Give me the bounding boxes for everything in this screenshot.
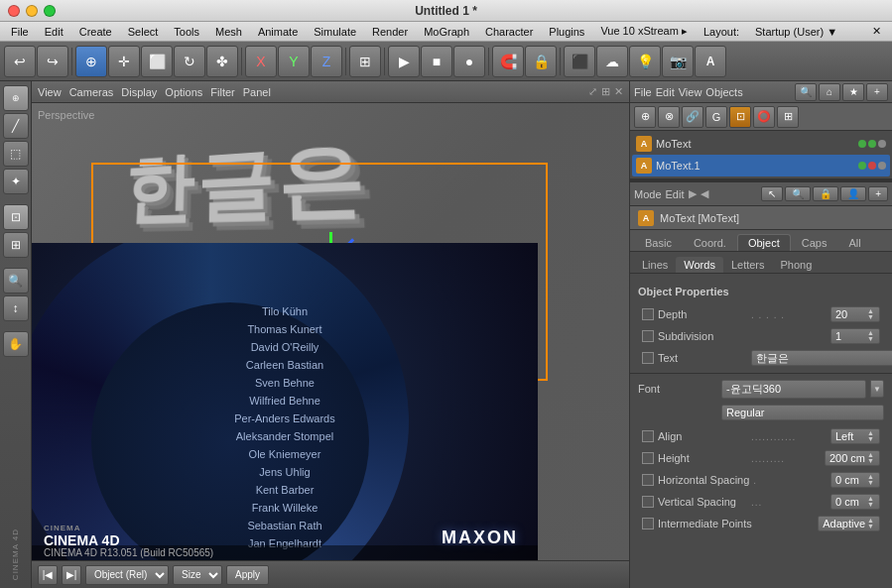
obj-tool-1[interactable]: ⊕ xyxy=(634,106,656,128)
mode-plus[interactable]: + xyxy=(868,186,888,201)
rp-menu-edit[interactable]: Edit xyxy=(656,86,675,98)
menu-mesh[interactable]: Mesh xyxy=(208,25,249,39)
obj-tool-2[interactable]: ⊗ xyxy=(658,106,680,128)
object-mode-select[interactable]: Object (Rel) xyxy=(85,565,169,585)
apply-button[interactable]: Apply xyxy=(226,565,269,585)
text-checkbox[interactable] xyxy=(642,352,654,364)
align-value-field[interactable]: Left ▲ ▼ xyxy=(830,428,880,444)
select-tool[interactable]: ⊕ xyxy=(75,46,107,77)
font-name-field[interactable]: -윤고딕360 xyxy=(721,380,866,399)
left-tool-7[interactable]: 🔍 xyxy=(3,268,29,294)
text-input[interactable] xyxy=(751,350,892,366)
obj-item-motext1[interactable]: A MoText.1 xyxy=(632,155,890,176)
vspacing-down[interactable]: ▼ xyxy=(867,502,875,508)
menu-edit[interactable]: Edit xyxy=(38,25,70,39)
splash-screen[interactable]: Tilo Kühn Thomas Kunert David O'Reilly C… xyxy=(32,243,538,560)
obj-item-motext[interactable]: A MoText xyxy=(632,133,890,155)
maximize-button[interactable] xyxy=(44,5,56,17)
left-tool-2[interactable]: ╱ xyxy=(3,113,29,139)
tab-all[interactable]: All xyxy=(837,234,871,251)
viewport-menu-options[interactable]: Options xyxy=(165,86,202,98)
tab-coord[interactable]: Coord. xyxy=(683,234,737,251)
camera-btn[interactable]: 📷 xyxy=(662,46,694,77)
depth-checkbox[interactable] xyxy=(642,308,654,320)
mode-lock[interactable]: 🔒 xyxy=(813,186,838,201)
left-tool-9[interactable]: ✋ xyxy=(3,331,29,357)
depth-value-field[interactable]: 20 ▲ ▼ xyxy=(830,306,880,322)
rp-menu-view[interactable]: View xyxy=(679,86,702,98)
hspacing-down[interactable]: ▼ xyxy=(867,480,875,486)
obj-home-btn[interactable]: ⌂ xyxy=(819,83,840,101)
play-btn[interactable]: ▶ xyxy=(388,46,420,77)
viewport-menu-panel[interactable]: Panel xyxy=(243,86,271,98)
align-down[interactable]: ▼ xyxy=(867,436,875,442)
subtab-phong[interactable]: Phong xyxy=(773,257,821,273)
render-region[interactable]: ⊞ xyxy=(349,46,381,77)
viewport-menu-display[interactable]: Display xyxy=(121,86,157,98)
undo-button[interactable]: ↩ xyxy=(4,46,36,77)
obj-tool-4[interactable]: G xyxy=(705,106,727,128)
scale-tool[interactable]: ⬜ xyxy=(141,46,173,77)
axis-z[interactable]: Z xyxy=(311,46,342,77)
left-tool-1[interactable]: ⊕ xyxy=(3,85,29,111)
mode-arrow[interactable]: ▶ xyxy=(689,187,697,200)
obj-search-btn[interactable]: 🔍 xyxy=(795,83,817,101)
height-checkbox[interactable] xyxy=(642,452,654,464)
record-btn[interactable]: ● xyxy=(453,46,485,77)
size-select[interactable]: Size xyxy=(173,565,222,585)
atext-btn[interactable]: A xyxy=(695,46,726,77)
menu-create[interactable]: Create xyxy=(72,25,119,39)
snap-btn[interactable]: 🧲 xyxy=(492,46,524,77)
mode-back-arrow[interactable]: ◀ xyxy=(701,187,708,200)
font-dropdown-btn[interactable]: ▼ xyxy=(870,380,884,398)
align-checkbox[interactable] xyxy=(642,430,654,442)
font-style-field[interactable]: Regular xyxy=(721,405,884,420)
obj-add-btn[interactable]: + xyxy=(866,83,888,101)
left-tool-4[interactable]: ✦ xyxy=(3,169,29,194)
menu-plugins[interactable]: Plugins xyxy=(542,25,591,39)
viewport-close-icon[interactable]: ✕ xyxy=(614,85,623,98)
viewport-expand-icon[interactable]: ⊞ xyxy=(601,85,610,98)
subdivision-stepper[interactable]: ▲ ▼ xyxy=(867,330,875,342)
tab-object[interactable]: Object xyxy=(737,234,791,251)
height-down[interactable]: ▼ xyxy=(867,458,875,464)
minimize-button[interactable] xyxy=(26,5,38,17)
left-tool-5[interactable]: ⊡ xyxy=(3,204,29,230)
align-stepper[interactable]: ▲ ▼ xyxy=(867,430,875,442)
depth-down[interactable]: ▼ xyxy=(867,314,875,320)
hspacing-checkbox[interactable] xyxy=(642,474,654,486)
menu-file[interactable]: File xyxy=(4,25,36,39)
tab-caps[interactable]: Caps xyxy=(791,234,838,251)
rotate-tool[interactable]: ↻ xyxy=(174,46,205,77)
height-value-field[interactable]: 200 cm ▲ ▼ xyxy=(825,450,880,466)
menu-mograph[interactable]: MoGraph xyxy=(417,25,476,39)
redo-button[interactable]: ↪ xyxy=(37,46,68,77)
menu-simulate[interactable]: Simulate xyxy=(307,25,363,39)
viewport[interactable]: View Cameras Display Options Filter Pane… xyxy=(32,81,629,588)
axis-x[interactable]: X xyxy=(245,46,277,77)
rp-menu-file[interactable]: File xyxy=(634,86,652,98)
dot-gray[interactable] xyxy=(878,140,886,148)
height-stepper[interactable]: ▲ ▼ xyxy=(867,452,875,464)
vspacing-checkbox[interactable] xyxy=(642,496,654,508)
viewport-menu-filter[interactable]: Filter xyxy=(210,86,234,98)
menu-render[interactable]: Render xyxy=(365,25,415,39)
left-tool-3[interactable]: ⬚ xyxy=(3,141,29,167)
viewport-menu-cameras[interactable]: Cameras xyxy=(69,86,114,98)
vspacing-value-field[interactable]: 0 cm ▲ ▼ xyxy=(830,494,880,510)
lock-btn[interactable]: 🔒 xyxy=(525,46,557,77)
viewport-canvas[interactable]: 한글은 Tilo Kühn Thomas Kunert David O'Reil… xyxy=(32,103,629,560)
stop-btn[interactable]: ■ xyxy=(421,46,452,77)
menu-character[interactable]: Character xyxy=(478,25,540,39)
menu-window-close[interactable]: ✕ xyxy=(865,24,888,39)
next-frame-btn[interactable]: ▶| xyxy=(62,565,81,585)
depth-stepper[interactable]: ▲ ▼ xyxy=(867,308,875,320)
transform-tool[interactable]: ✤ xyxy=(206,46,238,77)
dot1-gray[interactable] xyxy=(878,162,886,170)
obj-tool-5[interactable]: ⊡ xyxy=(729,106,751,128)
intermediate-checkbox[interactable] xyxy=(642,518,654,529)
prev-frame-btn[interactable]: |◀ xyxy=(38,565,58,585)
left-tool-8[interactable]: ↕ xyxy=(3,295,29,321)
subtab-letters[interactable]: Letters xyxy=(723,257,773,273)
floor-btn[interactable]: ⬛ xyxy=(564,46,595,77)
